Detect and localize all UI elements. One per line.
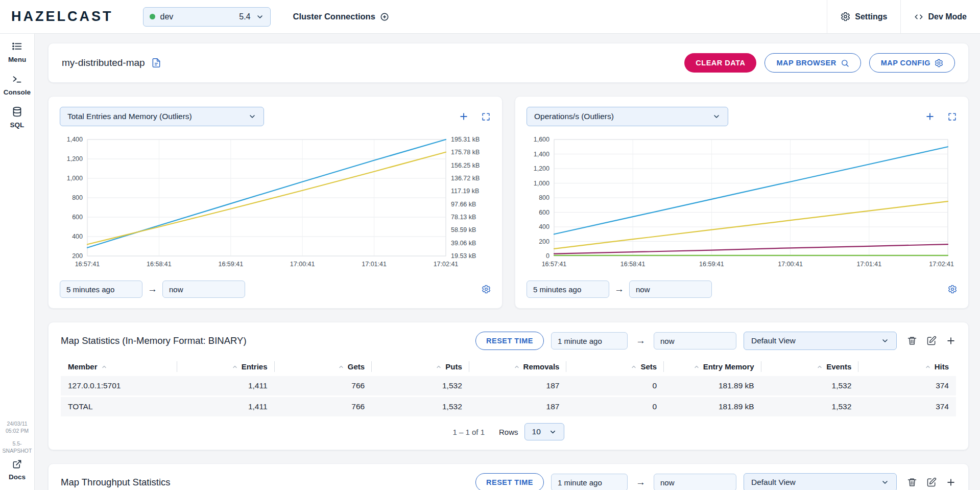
table-cell: 181.89 kB	[664, 397, 761, 418]
chart-card-entries-memory: Total Entries and Memory (Outliers) 2004…	[48, 96, 503, 309]
page-range: 1 – 1 of 1	[452, 428, 485, 436]
column-header-member[interactable]: Member	[61, 357, 177, 376]
svg-text:16:57:41: 16:57:41	[542, 261, 567, 268]
table-cell: 374	[858, 397, 956, 418]
sidebar-version: 5.5- SNAPSHOT	[3, 440, 32, 454]
stats-table-head-row: MemberEntriesGetsPutsRemovalsSetsEntry M…	[61, 357, 956, 376]
time-from-input[interactable]: 1 minute ago	[551, 332, 628, 349]
svg-text:136.72 kB: 136.72 kB	[451, 175, 480, 182]
table-cell: 1,532	[761, 376, 859, 397]
svg-text:17:00:41: 17:00:41	[778, 261, 803, 268]
table-cell: 1,411	[177, 376, 275, 397]
chart-settings-gear-icon[interactable]	[482, 285, 491, 294]
column-header-entry-memory[interactable]: Entry Memory	[664, 357, 761, 376]
sidebar-item-label: Console	[4, 88, 31, 96]
map-config-button[interactable]: MAP CONFIG	[869, 53, 955, 73]
delete-view-trash-icon[interactable]	[907, 477, 917, 487]
chevron-down-icon	[248, 112, 256, 121]
column-header-removals[interactable]: Removals	[469, 357, 567, 376]
gear-icon	[935, 59, 943, 67]
sort-caret-icon	[694, 364, 700, 370]
chevron-down-icon	[549, 428, 557, 436]
metric-selector[interactable]: Operations/s (Outliers)	[527, 107, 728, 126]
time-to-input[interactable]: now	[654, 332, 736, 349]
reset-time-button[interactable]: RESET TIME	[475, 332, 544, 350]
svg-text:195.31 kB: 195.31 kB	[451, 136, 480, 143]
sidebar-item-menu[interactable]: Menu	[8, 41, 26, 63]
statistics-table: MemberEntriesGetsPutsRemovalsSetsEntry M…	[61, 357, 956, 418]
cluster-connections-button[interactable]: Cluster Connections	[293, 12, 389, 21]
edit-view-pencil-icon[interactable]	[926, 336, 937, 346]
svg-text:17:00:41: 17:00:41	[290, 261, 315, 268]
time-from-input[interactable]: 5 minutes ago	[527, 281, 609, 298]
column-header-sets[interactable]: Sets	[566, 357, 664, 376]
view-selector[interactable]: Default View	[744, 332, 897, 350]
rows-label: Rows	[499, 428, 518, 436]
table-row: 127.0.0.1:57011,4117661,5321870181.89 kB…	[61, 376, 956, 397]
svg-text:800: 800	[539, 194, 549, 201]
time-from-input[interactable]: 5 minutes ago	[60, 281, 142, 298]
svg-text:156.25 kB: 156.25 kB	[451, 162, 480, 169]
table-cell: 187	[469, 376, 567, 397]
sort-caret-icon	[232, 364, 238, 370]
fullscreen-icon[interactable]	[947, 112, 957, 122]
svg-text:0: 0	[546, 252, 549, 260]
plus-circle-icon	[380, 12, 389, 21]
column-header-puts[interactable]: Puts	[372, 357, 469, 376]
add-chart-icon[interactable]	[925, 111, 935, 122]
chart-area: 2004006008001,0001,2001,40019.53 kB39.06…	[60, 133, 491, 272]
table-cell: 1,411	[177, 397, 275, 418]
add-view-plus-icon[interactable]	[946, 477, 956, 487]
settings-button[interactable]: Settings	[827, 0, 900, 33]
map-browser-button[interactable]: MAP BROWSER	[764, 53, 861, 73]
metric-selector[interactable]: Total Entries and Memory (Outliers)	[60, 107, 264, 126]
chevron-down-icon	[712, 112, 721, 121]
edit-view-pencil-icon[interactable]	[926, 477, 937, 487]
cluster-selector[interactable]: dev 5.4	[143, 7, 271, 27]
sort-caret-icon	[925, 364, 931, 370]
operations-chart: 02004006008001,0001,2001,4001,60016:57:4…	[527, 133, 957, 272]
time-to-input[interactable]: now	[654, 474, 736, 490]
column-header-events[interactable]: Events	[761, 357, 859, 376]
column-header-gets[interactable]: Gets	[275, 357, 372, 376]
fullscreen-icon[interactable]	[481, 112, 491, 122]
cluster-version: 5.4	[239, 12, 250, 21]
svg-text:200: 200	[72, 252, 83, 260]
view-selector[interactable]: Default View	[744, 473, 897, 490]
reset-time-button[interactable]: RESET TIME	[475, 473, 544, 490]
chart-area: 02004006008001,0001,2001,4001,60016:57:4…	[527, 133, 957, 272]
map-statistics-card: Map Statistics (In-Memory Format: BINARY…	[48, 322, 969, 450]
dev-mode-button[interactable]: Dev Mode	[901, 0, 980, 33]
add-chart-icon[interactable]	[459, 111, 469, 122]
sidebar-item-sql[interactable]: SQL	[10, 106, 25, 129]
table-cell: 1,532	[372, 397, 469, 418]
column-header-entries[interactable]: Entries	[177, 357, 275, 376]
rows-per-page-selector[interactable]: 10	[524, 423, 564, 440]
svg-text:17:01:41: 17:01:41	[856, 261, 881, 268]
add-view-plus-icon[interactable]	[946, 336, 956, 346]
chevron-down-icon	[881, 478, 889, 486]
svg-text:16:59:41: 16:59:41	[699, 261, 724, 268]
chart-settings-gear-icon[interactable]	[948, 285, 957, 294]
sort-caret-icon	[436, 364, 442, 370]
time-from-input[interactable]: 1 minute ago	[551, 474, 628, 490]
table-cell: 1,532	[761, 397, 859, 418]
column-header-hits[interactable]: Hits	[858, 357, 956, 376]
menu-list-icon	[12, 41, 22, 53]
svg-text:17:01:41: 17:01:41	[362, 261, 387, 268]
time-to-input[interactable]: now	[162, 281, 245, 298]
code-brackets-icon	[914, 12, 923, 21]
table-cell: 187	[469, 397, 567, 418]
table-cell: 127.0.0.1:5701	[61, 376, 177, 397]
chart-card-operations: Operations/s (Outliers) 02004006008001,0…	[515, 96, 969, 309]
chevron-down-icon	[881, 337, 889, 345]
chevron-down-icon	[256, 13, 264, 21]
clear-data-button[interactable]: CLEAR DATA	[684, 53, 756, 73]
section-title: Map Throughput Statistics	[61, 477, 171, 488]
time-to-input[interactable]: now	[629, 281, 712, 298]
document-icon[interactable]	[151, 58, 161, 68]
table-cell: 1,532	[372, 376, 469, 397]
sidebar-item-docs[interactable]: Docs	[9, 459, 26, 481]
sidebar-item-console[interactable]: Console	[4, 74, 31, 96]
delete-view-trash-icon[interactable]	[907, 336, 917, 346]
